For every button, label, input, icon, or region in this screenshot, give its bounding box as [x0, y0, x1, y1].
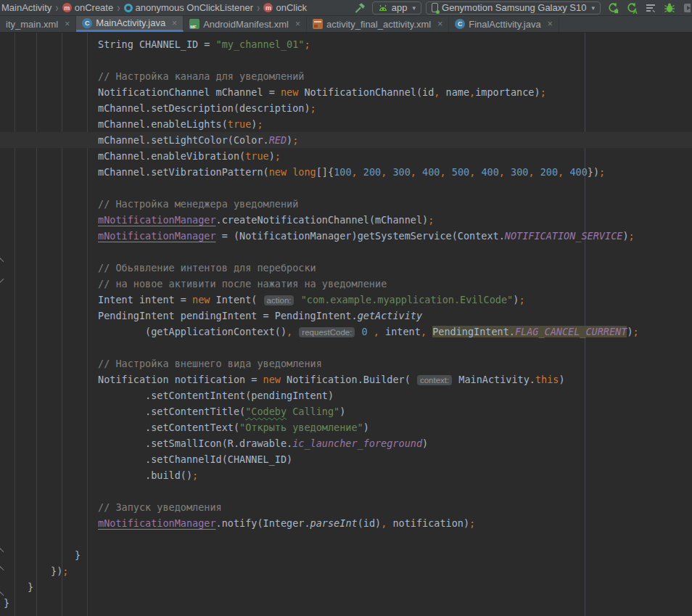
code-line — [0, 483, 692, 499]
main-toolbar: MainActivity › m onCreate › anonymous On… — [0, 0, 692, 16]
code-line: } — [0, 579, 692, 595]
breadcrumb-label: MainActivity — [1, 2, 52, 13]
device-selector-label: Genymotion Samsung Galaxy S10 — [442, 2, 586, 13]
method-icon: m — [263, 3, 273, 12]
code-line: } — [0, 547, 692, 563]
breadcrumb-separator-icon: › — [53, 1, 60, 15]
method-icon: m — [62, 3, 72, 12]
tab-activity-final-acttivity-xml[interactable]: activity_final_acttivity.xml × — [307, 16, 449, 32]
breadcrumb-item-anonymous-class[interactable]: anonymous OnClickListener — [123, 2, 255, 13]
code-line — [0, 340, 692, 356]
editor-tabs: ity_main.xml × C MainActivity.java × And… — [0, 16, 692, 33]
run-configurations-icon[interactable] — [643, 1, 659, 15]
svg-text:A: A — [633, 7, 638, 14]
device-phone-icon — [432, 3, 438, 12]
device-selector[interactable]: Genymotion Samsung Galaxy S10 ▾ — [426, 1, 601, 15]
code-line: PendingIntent pendingIntent = PendingInt… — [0, 308, 692, 324]
code-line: Intent intent = new Intent( action: "com… — [0, 292, 692, 308]
apply-code-changes-icon[interactable]: A — [624, 1, 640, 15]
code-line: String CHANNEL_ID = "my_channel_01"; — [0, 36, 692, 52]
close-icon[interactable]: × — [65, 19, 70, 29]
breadcrumb-item-onclick[interactable]: m onClick — [262, 2, 308, 13]
toolbar-run-controls: app ▾ Genymotion Samsung Galaxy S10 ▾ — [352, 1, 691, 15]
breadcrumb-item-class[interactable]: MainActivity — [0, 2, 53, 13]
breadcrumb-separator-icon: › — [255, 1, 262, 15]
breadcrumb-item-oncreate[interactable]: m onCreate — [61, 2, 115, 13]
code-editor[interactable]: String CHANNEL_ID = "my_channel_01";// Н… — [0, 33, 692, 616]
chevron-down-icon: ▾ — [591, 4, 595, 12]
android-icon — [378, 4, 388, 12]
tab-androidmanifest-xml[interactable]: AndroidManifest.xml × — [184, 16, 307, 32]
code-line: mChannel.enableLights(true); — [0, 116, 692, 132]
tab-label: activity_final_acttivity.xml — [326, 19, 431, 30]
anonymous-class-icon — [124, 4, 133, 12]
chevron-down-icon: ▾ — [413, 4, 416, 12]
java-class-icon: C — [82, 18, 92, 28]
code-line: .setContentTitle("Codeby Calling") — [0, 403, 692, 419]
tab-label: MainActivity.java — [96, 17, 165, 28]
code-line: // Запуск уведомления — [0, 499, 692, 515]
code-line: mNotificationManager.createNotificationC… — [0, 212, 692, 228]
tab-label: AndroidManifest.xml — [203, 19, 289, 30]
code-line: // Настройка внешнего вида уведомления — [0, 356, 692, 371]
tab-activity-main-xml[interactable]: ity_main.xml × — [0, 16, 76, 32]
code-line: mNotificationManager = (NotificationMana… — [0, 228, 692, 244]
tab-label: FinalActtivity.java — [469, 19, 540, 30]
toolbar-action-icons: A — [605, 1, 691, 15]
code-line — [0, 180, 692, 196]
build-hammer-icon[interactable] — [352, 1, 368, 15]
close-icon[interactable]: × — [548, 19, 553, 29]
ide-window: MainActivity › m onCreate › anonymous On… — [0, 0, 692, 616]
code-line: mChannel.enableVibration(true); — [0, 148, 692, 164]
breadcrumb-label: anonymous OnClickListener — [136, 2, 254, 13]
code-line: .setSmallIcon(R.drawable.ic_launcher_for… — [0, 435, 692, 451]
code-line: mChannel.setVibrationPattern(new long[]{… — [0, 164, 692, 180]
breadcrumb-label: onClick — [276, 2, 307, 13]
code-line: mChannel.setLightColor(Color.RED); — [0, 132, 692, 148]
debug-icon[interactable] — [662, 1, 677, 15]
layout-xml-icon — [313, 19, 323, 29]
code-line: NotificationChannel mChannel = new Notif… — [0, 84, 692, 100]
java-class-icon: C — [455, 19, 465, 29]
profile-icon[interactable] — [680, 1, 691, 15]
code-lines: String CHANNEL_ID = "my_channel_01";// Н… — [0, 36, 692, 611]
code-line — [0, 52, 692, 68]
module-selector-label: app — [392, 2, 408, 13]
tab-finalacttivity-java[interactable]: C FinalActtivity.java × — [449, 16, 559, 32]
tab-mainactivity-java[interactable]: C MainActivity.java × — [76, 16, 184, 32]
breadcrumb-separator-icon: › — [115, 1, 122, 15]
code-line: .setChannelId(CHANNEL_ID) — [0, 451, 692, 467]
apply-changes-restart-activity-icon[interactable] — [605, 1, 621, 15]
code-line: .build(); — [0, 467, 692, 483]
breadcrumb-label: onCreate — [75, 2, 113, 13]
close-icon[interactable]: × — [172, 18, 177, 28]
code-line: (getApplicationContext(), requestCode: 0… — [0, 324, 692, 340]
close-icon[interactable]: × — [437, 19, 442, 29]
code-line: }); — [0, 563, 692, 579]
code-line: .setContentText("Открыть уведомление") — [0, 419, 692, 435]
code-line: // Настройка канала для уведомлений — [0, 68, 692, 84]
code-line: mNotificationManager.notify(Integer.pars… — [0, 515, 692, 531]
close-icon[interactable]: × — [295, 19, 300, 29]
code-line: mChannel.setDescription(description); — [0, 100, 692, 116]
module-selector[interactable]: app ▾ — [372, 1, 421, 15]
code-line: // на новое активити после нажатия на ув… — [0, 276, 692, 292]
breadcrumb: MainActivity › m onCreate › anonymous On… — [0, 2, 308, 13]
code-line: .setContentIntent(pendingIntent) — [0, 387, 692, 403]
code-line — [0, 244, 692, 260]
code-line: } — [0, 595, 692, 611]
code-line: // Настройка менеджера уведомлений — [0, 196, 692, 212]
tab-label: ity_main.xml — [6, 19, 58, 30]
code-line: Notification notification = new Notifica… — [0, 371, 692, 387]
code-line: // Обьявление интентов для переброски — [0, 260, 692, 276]
code-line — [0, 531, 692, 547]
manifest-file-icon — [189, 19, 199, 29]
